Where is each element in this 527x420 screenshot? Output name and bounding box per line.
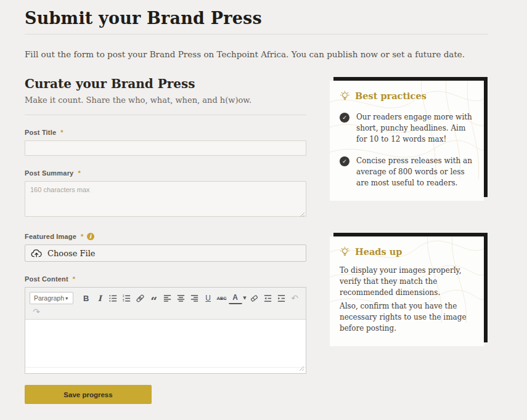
post-content-field: Post Content* Paragraph ▼ B I	[25, 275, 306, 374]
editor-content-area[interactable]	[25, 319, 306, 367]
resize-grip-icon[interactable]	[299, 366, 304, 371]
lightbulb-icon	[340, 91, 350, 101]
editor-statusbar	[25, 367, 306, 373]
text-color-dropdown-icon[interactable]: ▼	[242, 296, 247, 301]
post-summary-field: Post Summary*	[25, 169, 306, 219]
rich-text-editor: Paragraph ▼ B I	[25, 287, 306, 374]
check-icon: ✓	[340, 156, 349, 166]
section-title: Curate your Brand Press	[25, 76, 306, 91]
italic-icon[interactable]: I	[93, 292, 107, 304]
align-center-icon[interactable]	[174, 292, 188, 304]
bold-icon[interactable]: B	[80, 292, 93, 304]
intro-text: Fill out the form to post your Brand Pre…	[25, 49, 502, 59]
title-divider	[25, 34, 488, 34]
best-practices-card: Best practices ✓ Our readers engage more…	[330, 81, 484, 201]
tip-item: ✓ Concise press releases with an average…	[340, 155, 474, 188]
featured-image-label: Featured Image* i	[25, 233, 306, 240]
required-asterisk: *	[73, 275, 75, 283]
cloud-upload-icon	[31, 249, 43, 258]
required-asterisk: *	[60, 129, 63, 136]
section-divider	[25, 115, 306, 115]
lightbulb-icon	[340, 246, 350, 257]
check-icon: ✓	[340, 113, 349, 123]
paragraph-select[interactable]: Paragraph ▼	[30, 292, 73, 304]
best-practices-title: Best practices	[355, 91, 427, 101]
featured-image-field: Featured Image* i Choose File	[25, 233, 306, 262]
outdent-icon[interactable]	[261, 292, 274, 304]
redo-icon[interactable]: ↷	[30, 305, 43, 318]
post-title-label: Post Title*	[25, 129, 306, 136]
undo-icon[interactable]: ↶	[288, 292, 301, 304]
numbered-list-icon[interactable]	[120, 292, 134, 304]
text-color-icon[interactable]: A	[229, 292, 242, 304]
required-asterisk: *	[81, 233, 83, 240]
brand-press-form-page: Submit your Brand Press Fill out the for…	[0, 0, 527, 420]
underline-icon[interactable]: U	[202, 292, 215, 304]
tips-column: Best practices ✓ Our readers engage more…	[330, 76, 491, 420]
heads-up-card: Heads up To display your images properly…	[330, 236, 484, 346]
page-title: Submit your Brand Press	[25, 9, 502, 28]
indent-icon[interactable]	[274, 292, 288, 304]
post-title-field: Post Title*	[25, 129, 306, 156]
choose-file-button[interactable]: Choose File	[25, 244, 306, 262]
blockquote-icon[interactable]: “	[147, 292, 161, 304]
strikethrough-icon[interactable]: ABC	[215, 292, 229, 304]
post-content-label: Post Content*	[25, 275, 306, 283]
heads-up-paragraph: Also, confirm that you have the necessar…	[340, 301, 474, 334]
bullet-list-icon[interactable]	[107, 292, 120, 304]
heads-up-paragraph: To display your images properly, verify …	[340, 265, 474, 298]
heads-up-title: Heads up	[355, 246, 402, 257]
post-summary-label: Post Summary*	[25, 169, 306, 177]
section-subtitle: Make it count. Share the who, what, when…	[25, 95, 306, 105]
editor-toolbar: Paragraph ▼ B I	[25, 288, 306, 319]
link-icon[interactable]	[134, 292, 147, 304]
save-progress-button[interactable]: Save progress	[25, 385, 152, 404]
clear-formatting-icon[interactable]	[247, 292, 261, 304]
post-summary-textarea[interactable]	[25, 181, 306, 217]
align-left-icon[interactable]	[161, 292, 174, 304]
align-right-icon[interactable]	[188, 292, 202, 304]
form-column: Curate your Brand Press Make it count. S…	[25, 76, 306, 420]
post-title-input[interactable]	[25, 140, 306, 156]
required-asterisk: *	[78, 169, 80, 177]
chevron-down-icon: ▼	[65, 296, 69, 301]
info-icon[interactable]: i	[87, 233, 94, 240]
choose-file-label: Choose File	[47, 249, 96, 258]
tip-item: ✓ Our readers engage more with short, pu…	[340, 111, 474, 145]
